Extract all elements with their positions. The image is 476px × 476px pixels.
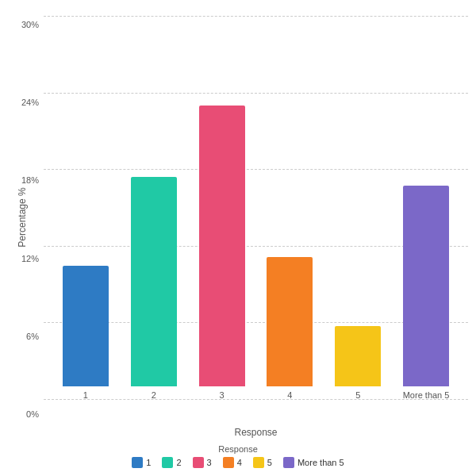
chart-container: 30% 24% 18% 12% 6% 0% Percentage % xyxy=(0,0,476,476)
legend-swatch-2 xyxy=(193,457,204,468)
legend-swatch-0 xyxy=(132,457,143,468)
bar-0 xyxy=(63,266,109,386)
y-axis-title: Percentage % xyxy=(17,187,28,247)
y-label-0: 0% xyxy=(26,409,39,419)
legend-label-5: More than 5 xyxy=(298,458,344,467)
bar-5 xyxy=(403,186,449,386)
bar-2 xyxy=(199,106,245,386)
x-axis-title: Response xyxy=(44,427,468,438)
bar-label-0: 1 xyxy=(83,390,88,400)
bar-4 xyxy=(335,326,381,387)
bar-label-4: 5 xyxy=(355,390,360,400)
legend-item-1: 2 xyxy=(162,457,181,468)
bar-group-4: 5 xyxy=(324,326,392,401)
bar-label-5: More than 5 xyxy=(403,390,450,400)
bar-group-3: 4 xyxy=(255,257,324,400)
legend-items: 12345More than 5 xyxy=(132,457,344,468)
plot-area: Percentage % 12345More than 5 Response xyxy=(44,16,468,443)
legend-item-3: 4 xyxy=(223,457,242,468)
bar-group-2: 3 xyxy=(188,106,256,400)
y-label-6: 6% xyxy=(26,332,39,341)
legend-title: Response xyxy=(218,444,258,454)
grid-and-bars: 12345More than 5 xyxy=(44,16,468,424)
legend-item-5: More than 5 xyxy=(283,457,344,468)
bar-1 xyxy=(131,177,177,386)
bar-group-1: 2 xyxy=(120,177,188,400)
legend-swatch-5 xyxy=(283,457,294,468)
bar-label-1: 2 xyxy=(152,390,156,400)
legend-label-0: 1 xyxy=(146,458,151,467)
bar-group-0: 1 xyxy=(52,266,120,400)
bar-label-3: 4 xyxy=(287,390,292,400)
bar-label-2: 3 xyxy=(220,390,225,400)
legend-label-3: 4 xyxy=(237,458,242,467)
bar-group-5: More than 5 xyxy=(392,186,460,400)
legend-swatch-3 xyxy=(223,457,234,468)
legend-item-0: 1 xyxy=(132,457,151,468)
legend-swatch-4 xyxy=(253,457,264,468)
legend-label-2: 3 xyxy=(207,458,212,467)
legend-label-4: 5 xyxy=(267,458,272,467)
legend-swatch-1 xyxy=(162,457,173,468)
legend-item-2: 3 xyxy=(193,457,212,468)
legend-item-4: 5 xyxy=(253,457,272,468)
legend-label-1: 2 xyxy=(176,458,181,467)
bar-3 xyxy=(267,257,313,386)
bars-row: 12345More than 5 xyxy=(44,16,468,400)
legend: Response 12345More than 5 xyxy=(8,444,468,468)
chart-area: 30% 24% 18% 12% 6% 0% Percentage % xyxy=(8,16,468,443)
